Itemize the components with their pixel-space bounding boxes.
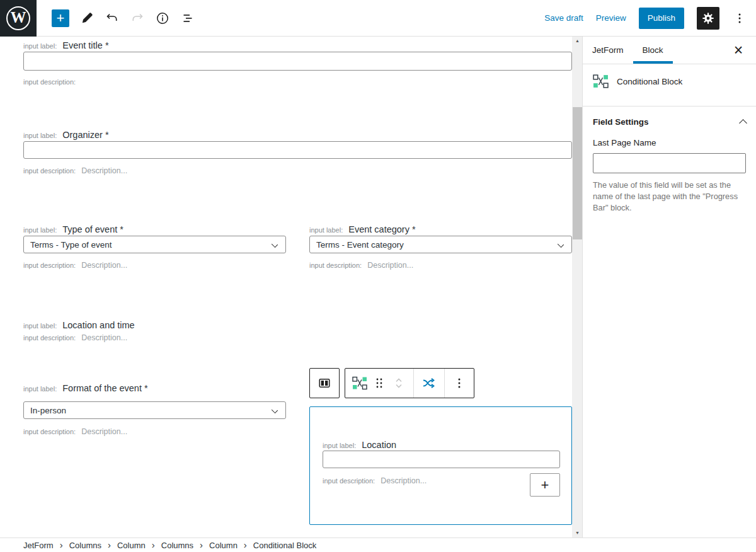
block-options-segment [444,369,474,398]
event-title-input[interactable] [23,52,572,71]
event-category-select-value: Terms - Event category [316,240,404,250]
type-of-event-label-row: input label: Type of event * [23,224,123,234]
settings-toggle-button[interactable] [697,7,719,30]
list-view-icon [180,11,195,26]
breadcrumb-column-1[interactable]: Column [117,541,146,550]
organizer-label-row: input label: Organizer * [23,130,109,140]
breadcrumb-columns-2[interactable]: Columns [161,541,193,550]
options-menu-button[interactable] [732,11,747,26]
chevron-up-icon [739,119,747,127]
close-sidebar-button[interactable]: × [727,37,750,64]
event-category-select[interactable]: Terms - Event category [309,236,572,253]
block-mover-buttons[interactable] [388,369,410,398]
settings-sidebar: JetForm Block × Conditional Block Field … [582,37,756,538]
block-options-button[interactable] [449,369,470,398]
input-description-prefix: input description: [23,78,76,86]
input-label-prefix: input label: [23,322,57,330]
drag-handle-icon [374,376,385,391]
location-description-row: input description: Description... [323,476,427,485]
format-of-event-label-row: input label: Format of the event * [23,383,148,393]
last-page-name-help: The value of this field will be set as t… [593,180,746,214]
select-parent-columns-button[interactable] [309,368,340,398]
organizer-label[interactable]: Organizer * [62,130,108,140]
location-input[interactable] [323,451,560,468]
location-and-time-description-row: input description: Description... [23,333,127,342]
event-category-label-row: input label: Event category * [309,224,416,234]
breadcrumb-conditional-block: Conditional Block [253,541,316,550]
move-up-down-icons [391,375,406,391]
location-and-time-label-row: input label: Location and time [23,320,135,330]
save-draft-button[interactable]: Save draft [544,13,583,23]
redo-icon [130,11,145,26]
location-description[interactable]: Description... [381,476,427,485]
organizer-input[interactable] [23,141,572,159]
columns-icon [317,376,332,391]
last-page-name-label: Last Page Name [593,138,746,147]
format-of-event-select[interactable]: In-person [23,401,286,419]
block-mover-segment [345,369,413,398]
canvas-scrollbar[interactable]: ▲ ▼ [572,37,583,538]
breadcrumb-jetform[interactable]: JetForm [23,541,54,550]
conditional-block-selected[interactable]: input label: Location input description:… [309,406,572,525]
block-card: Conditional Block [583,64,756,98]
format-of-event-description[interactable]: Description... [81,427,127,436]
details-button[interactable] [155,11,170,26]
type-of-event-select[interactable]: Terms - Type of event [23,236,286,253]
input-label-prefix: input label: [309,226,343,234]
format-of-event-description-row: input description: Description... [23,427,127,436]
block-appender-button[interactable]: + [530,473,560,497]
conditional-block-icon [593,74,609,88]
block-card-title: Conditional Block [617,77,682,86]
organizer-description[interactable]: Description... [81,166,127,175]
wordpress-logo-button[interactable]: W [0,0,37,37]
input-label-prefix: input label: [23,226,57,234]
input-description-prefix: input description: [23,262,76,269]
input-description-prefix: input description: [309,262,362,269]
shuffle-icon [421,376,437,391]
info-icon [155,11,170,26]
event-category-label[interactable]: Event category * [348,224,415,234]
list-view-button[interactable] [180,11,195,26]
location-and-time-description[interactable]: Description... [81,333,127,342]
preview-button[interactable]: Preview [596,13,626,23]
scroll-down-arrow-icon[interactable]: ▼ [572,529,583,538]
breadcrumb-separator-icon: › [60,540,63,551]
format-of-event-select-value: In-person [30,406,66,415]
undo-button[interactable] [105,11,120,26]
breadcrumb-separator-icon: › [244,540,247,551]
kebab-menu-icon [452,376,467,391]
type-of-event-description[interactable]: Description... [81,261,127,270]
condition-shuffle-button[interactable] [418,369,440,398]
organizer-description-row: input description: Description... [23,166,127,175]
field-settings-panel-toggle[interactable]: Field Settings [583,106,756,137]
header-actions: Save draft Preview Publish [544,7,747,30]
input-description-prefix: input description: [323,477,375,485]
pencil-icon [79,11,94,26]
location-and-time-label[interactable]: Location and time [62,320,134,330]
type-of-event-label[interactable]: Type of event * [62,224,123,234]
breadcrumb: JetForm › Columns › Column › Columns › C… [0,538,756,552]
last-page-name-input[interactable] [593,153,746,173]
breadcrumb-columns-1[interactable]: Columns [69,541,101,550]
scrollbar-thumb[interactable] [573,107,582,239]
block-inserter-button[interactable]: + [52,9,69,27]
redo-button[interactable] [130,11,145,26]
tab-block[interactable]: Block [633,37,673,64]
tab-jetform[interactable]: JetForm [583,37,633,64]
location-label[interactable]: Location [362,440,396,450]
breadcrumb-column-2[interactable]: Column [209,541,238,550]
type-of-event-description-row: input description: Description... [23,261,127,270]
field-settings-body: Last Page Name The value of this field w… [583,137,756,224]
publish-button[interactable]: Publish [639,8,684,29]
kebab-menu-icon [732,11,747,26]
event-title-label[interactable]: Event title * [62,40,108,50]
tools-button[interactable] [79,11,94,26]
event-category-description-row: input description: Description... [309,261,413,270]
header-toolbar: + [52,9,195,27]
drag-handle[interactable] [370,369,388,398]
format-of-event-label[interactable]: Format of the event * [62,383,147,393]
scroll-up-arrow-icon[interactable]: ▲ [572,37,583,45]
event-category-description[interactable]: Description... [367,261,413,270]
input-description-prefix: input description: [23,167,76,175]
conditional-block-type-button[interactable] [349,369,370,398]
